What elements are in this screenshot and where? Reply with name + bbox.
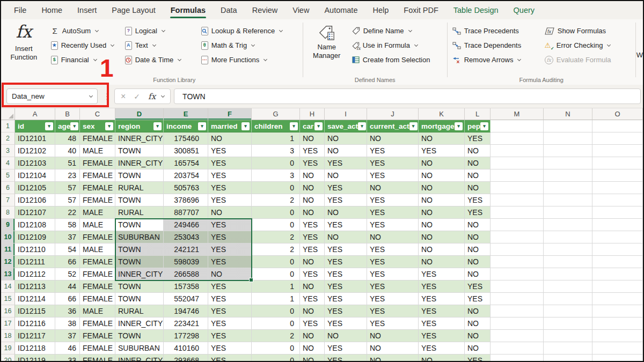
cell-F3[interactable]: YES	[208, 145, 252, 157]
cell-C5[interactable]: FEMALE	[80, 169, 115, 182]
insert-function-fx-icon[interactable]: fx	[148, 92, 156, 101]
table-header-married[interactable]: married▾	[208, 120, 252, 132]
cell-F18[interactable]: YES	[208, 330, 252, 342]
cell-H15[interactable]: YES	[300, 293, 325, 305]
cell-D9[interactable]: TOWN	[115, 219, 164, 231]
cell-A18[interactable]: ID12117	[15, 330, 55, 342]
ribbon-button-trace-precedents[interactable]: Trace Precedents	[449, 24, 541, 38]
row-header-7[interactable]: 7	[1, 194, 15, 206]
cell-I18[interactable]: NO	[325, 330, 367, 342]
cell-B17[interactable]: 38	[55, 317, 80, 330]
cell-B4[interactable]: 51	[55, 157, 80, 169]
row-header-6[interactable]: 6	[1, 182, 15, 194]
table-header-id[interactable]: id▾	[15, 120, 55, 132]
cell-N14[interactable]	[544, 280, 592, 293]
cell-A20[interactable]: ID12119	[15, 354, 55, 361]
cell-K5[interactable]: NO	[419, 169, 465, 182]
cell-F8[interactable]: NO	[208, 206, 252, 219]
cell-B8[interactable]: 22	[55, 206, 80, 219]
cell-J7[interactable]: YES	[367, 194, 419, 206]
cell-G14[interactable]: 1	[252, 280, 300, 293]
filter-icon[interactable]: ▾	[198, 122, 206, 130]
cell-H19[interactable]: NO	[300, 342, 325, 354]
column-header-B[interactable]: B	[55, 108, 80, 120]
cell-E14[interactable]: 157358	[164, 280, 208, 293]
column-header-K[interactable]: K	[419, 108, 465, 120]
cell-G2[interactable]: 1	[252, 132, 300, 145]
watch-window-button-clipped[interactable]: W	[636, 19, 643, 85]
cell-C7[interactable]: FEMALE	[80, 194, 115, 206]
cell-O3[interactable]	[592, 145, 643, 157]
ribbon-button-logical[interactable]: ?Logical	[122, 24, 198, 38]
cell-B5[interactable]: 23	[55, 169, 80, 182]
cell-H8[interactable]: NO	[300, 206, 325, 219]
cell-D14[interactable]: TOWN	[115, 280, 164, 293]
cancel-icon[interactable]: ×	[121, 92, 126, 101]
cell-J10[interactable]: NO	[367, 231, 419, 243]
cell-L6[interactable]: NO	[465, 182, 491, 194]
cell-E7[interactable]: 378696	[164, 194, 208, 206]
cell-C4[interactable]: FEMALE	[80, 157, 115, 169]
filter-icon[interactable]: ▾	[45, 122, 53, 130]
cell-L11[interactable]: NO	[465, 243, 491, 256]
row-header-12[interactable]: 12	[1, 256, 15, 268]
cell-H12[interactable]: NO	[300, 256, 325, 268]
column-header-E[interactable]: E	[164, 108, 208, 120]
cell-M13[interactable]	[491, 268, 544, 280]
tab-review[interactable]: Review	[245, 1, 286, 19]
cell-C15[interactable]: FEMALE	[80, 293, 115, 305]
tab-data[interactable]: Data	[213, 1, 245, 19]
cell-N9[interactable]	[544, 219, 592, 231]
column-header-M[interactable]: M	[491, 108, 544, 120]
cell-E19[interactable]: 410160	[164, 342, 208, 354]
filter-icon[interactable]: ▾	[409, 122, 418, 130]
cell-M16[interactable]	[491, 305, 544, 317]
ribbon-button-lookup-reference[interactable]: Lookup & Reference	[198, 24, 301, 38]
cell-M5[interactable]	[491, 169, 544, 182]
cell-L2[interactable]: YES	[465, 132, 491, 145]
cell-E8[interactable]: 887707	[164, 206, 208, 219]
cell-O14[interactable]	[592, 280, 643, 293]
cell-I15[interactable]: YES	[325, 293, 367, 305]
cell-F9[interactable]: YES	[208, 219, 252, 231]
ribbon-button-trace-dependents[interactable]: Trace Dependents	[449, 38, 541, 53]
cell-J8[interactable]: YES	[367, 206, 419, 219]
cell-E16[interactable]: 194746	[164, 305, 208, 317]
cell-J12[interactable]: YES	[367, 256, 419, 268]
row-header-14[interactable]: 14	[1, 280, 15, 293]
table-header-region[interactable]: region▾	[115, 120, 164, 132]
ribbon-button-financial[interactable]: $Financial	[48, 53, 122, 67]
table-header-mortgage[interactable]: mortgage▾	[419, 120, 465, 132]
filter-icon[interactable]: ▾	[358, 122, 366, 130]
cell-L18[interactable]: NO	[465, 330, 491, 342]
filter-icon[interactable]: ▾	[290, 122, 298, 130]
filter-icon[interactable]: ▾	[105, 122, 113, 130]
cell-L9[interactable]: NO	[465, 219, 491, 231]
cell-F11[interactable]: YES	[208, 243, 252, 256]
row-header-5[interactable]: 5	[1, 169, 15, 182]
cell-C20[interactable]: FEMALE	[80, 354, 115, 361]
cell-H6[interactable]: NO	[300, 182, 325, 194]
cell-E4[interactable]: 165754	[164, 157, 208, 169]
cell-C17[interactable]: FEMALE	[80, 317, 115, 330]
cell-J5[interactable]: YES	[367, 169, 419, 182]
column-header-O[interactable]: O	[592, 108, 643, 120]
cell-M1[interactable]	[491, 120, 544, 132]
cell-E12[interactable]: 598039	[164, 256, 208, 268]
cell-E17[interactable]: 223421	[164, 317, 208, 330]
cell-O9[interactable]	[592, 219, 643, 231]
row-header-10[interactable]: 10	[1, 231, 15, 243]
cell-O4[interactable]	[592, 157, 643, 169]
cell-L17[interactable]: NO	[465, 317, 491, 330]
cell-F13[interactable]: NO	[208, 268, 252, 280]
cell-O11[interactable]	[592, 243, 643, 256]
cell-K7[interactable]: NO	[419, 194, 465, 206]
cell-C12[interactable]: FEMALE	[80, 256, 115, 268]
filter-icon[interactable]: ▾	[455, 122, 463, 130]
cell-G13[interactable]: 0	[252, 268, 300, 280]
cell-E20[interactable]: 293668	[164, 354, 208, 361]
cell-E3[interactable]: 300851	[164, 145, 208, 157]
cell-J14[interactable]: YES	[367, 280, 419, 293]
cell-M20[interactable]	[491, 354, 544, 361]
cell-F15[interactable]: YES	[208, 293, 252, 305]
